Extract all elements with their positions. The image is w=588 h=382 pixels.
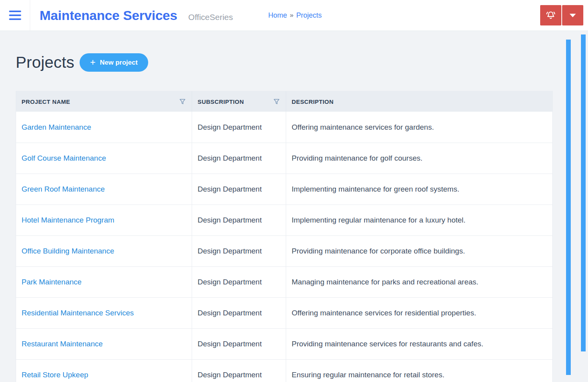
- table-header-row: PROJECT NAME SUBSCRIPTION DESCRIPTION: [16, 91, 552, 112]
- new-project-label: New project: [100, 59, 138, 67]
- project-name-link[interactable]: Residential Maintenance Services: [22, 309, 134, 317]
- table-row[interactable]: Hotel Maintenance Program Design Departm…: [16, 205, 552, 235]
- table-row[interactable]: Park Maintenance Design Department Manag…: [16, 266, 552, 297]
- table-row[interactable]: Restaurant Maintenance Design Department…: [16, 328, 552, 359]
- column-header-project-name: PROJECT NAME: [16, 91, 192, 112]
- description-value: Providing maintenance for golf courses.: [292, 154, 423, 163]
- page-title: Projects: [16, 53, 74, 72]
- hamburger-icon: [9, 11, 21, 12]
- notifications-button[interactable]: [540, 5, 561, 25]
- table-row[interactable]: Golf Course Maintenance Design Departmen…: [16, 143, 552, 174]
- projects-table: PROJECT NAME SUBSCRIPTION DESCRIPTION: [16, 91, 553, 382]
- description-value: Implementing maintenance for green roof …: [292, 185, 459, 194]
- description-cell: Managing maintenance for parks and recre…: [286, 267, 552, 297]
- description-value: Providing maintenance for corporate offi…: [292, 247, 465, 255]
- description-cell: Providing maintenance services for resta…: [286, 329, 552, 359]
- bell-icon: [545, 9, 557, 21]
- subscription-value: Design Department: [198, 185, 262, 194]
- description-cell: Offering maintenance services for reside…: [286, 298, 552, 328]
- table-row[interactable]: Retail Store Upkeep Design Department En…: [16, 359, 552, 382]
- subscription-value: Design Department: [198, 340, 262, 348]
- subscription-value: Design Department: [198, 123, 262, 132]
- hamburger-icon: [9, 14, 21, 16]
- subscription-cell: Design Department: [192, 267, 286, 297]
- subscription-cell: Design Department: [192, 112, 286, 143]
- subscription-cell: Design Department: [192, 143, 286, 174]
- project-name-link[interactable]: Green Roof Maintenance: [22, 185, 105, 194]
- project-name-link[interactable]: Office Building Maintenance: [22, 247, 114, 255]
- column-label: SUBSCRIPTION: [198, 98, 244, 105]
- description-cell: Providing maintenance for golf courses.: [286, 143, 552, 174]
- subscription-cell: Design Department: [192, 174, 286, 205]
- description-value: Implementing regular maintenance for a l…: [292, 216, 466, 224]
- description-cell: Implementing regular maintenance for a l…: [286, 205, 552, 235]
- project-name-cell: Retail Store Upkeep: [16, 360, 192, 382]
- description-cell: Providing maintenance for corporate offi…: [286, 236, 552, 266]
- plus-icon: +: [90, 58, 96, 67]
- subscription-value: Design Department: [198, 154, 262, 163]
- table-row[interactable]: Garden Maintenance Design Department Off…: [16, 112, 552, 143]
- project-name-link[interactable]: Golf Course Maintenance: [22, 154, 106, 163]
- project-name-cell: Garden Maintenance: [16, 112, 192, 143]
- project-name-cell: Park Maintenance: [16, 267, 192, 297]
- description-cell: Implementing maintenance for green roof …: [286, 174, 552, 205]
- caret-down-icon: [570, 14, 576, 17]
- column-header-subscription: SUBSCRIPTION: [192, 91, 286, 112]
- project-name-cell: Green Roof Maintenance: [16, 174, 192, 205]
- subscription-cell: Design Department: [192, 360, 286, 382]
- table-row[interactable]: Residential Maintenance Services Design …: [16, 297, 552, 328]
- table-row[interactable]: Office Building Maintenance Design Depar…: [16, 235, 552, 266]
- brand: Maintenance Services OfficeSeries: [40, 8, 233, 23]
- project-name-cell: Residential Maintenance Services: [16, 298, 192, 328]
- project-name-link[interactable]: Park Maintenance: [22, 278, 82, 286]
- breadcrumb-projects-link[interactable]: Projects: [296, 11, 322, 20]
- description-value: Providing maintenance services for resta…: [292, 340, 483, 348]
- funnel-icon[interactable]: [273, 98, 280, 105]
- subscription-value: Design Department: [198, 309, 262, 317]
- project-name-link[interactable]: Garden Maintenance: [22, 123, 91, 132]
- description-value: Managing maintenance for parks and recre…: [292, 278, 478, 286]
- subscription-value: Design Department: [198, 247, 262, 255]
- hamburger-menu-button[interactable]: [0, 0, 30, 31]
- description-value: Offering maintenance services for reside…: [292, 309, 476, 317]
- description-cell: Offering maintenance services for garden…: [286, 112, 552, 143]
- project-name-link[interactable]: Retail Store Upkeep: [22, 371, 88, 379]
- project-name-cell: Golf Course Maintenance: [16, 143, 192, 174]
- description-value: Offering maintenance services for garden…: [292, 123, 434, 132]
- breadcrumb-separator: »: [290, 11, 293, 19]
- main-content: Projects + New project PROJECT NAME SUBS…: [0, 53, 588, 382]
- subscription-value: Design Department: [198, 278, 262, 286]
- project-name-cell: Office Building Maintenance: [16, 236, 192, 266]
- project-name-cell: Hotel Maintenance Program: [16, 205, 192, 235]
- project-name-link[interactable]: Hotel Maintenance Program: [22, 216, 114, 224]
- new-project-button[interactable]: + New project: [80, 53, 148, 72]
- project-name-link[interactable]: Restaurant Maintenance: [22, 340, 103, 348]
- subscription-cell: Design Department: [192, 329, 286, 359]
- subscription-cell: Design Department: [192, 205, 286, 235]
- subscription-value: Design Department: [198, 371, 262, 379]
- table-row[interactable]: Green Roof Maintenance Design Department…: [16, 174, 552, 205]
- column-header-description: DESCRIPTION: [286, 91, 552, 112]
- column-label: DESCRIPTION: [292, 98, 334, 105]
- funnel-icon[interactable]: [179, 98, 186, 105]
- account-menu-button[interactable]: [562, 5, 583, 25]
- breadcrumb: Home » Projects: [268, 11, 322, 20]
- subscription-value: Design Department: [198, 216, 262, 224]
- top-bar: Maintenance Services OfficeSeries Home »…: [0, 0, 588, 31]
- hamburger-icon: [9, 18, 21, 20]
- inner-scrollbar-thumb[interactable]: [566, 40, 571, 375]
- table-body: Garden Maintenance Design Department Off…: [16, 112, 552, 382]
- project-name-cell: Restaurant Maintenance: [16, 329, 192, 359]
- breadcrumb-home-link[interactable]: Home: [268, 11, 287, 20]
- description-value: Ensuring regular maintenance for retail …: [292, 371, 445, 379]
- app-title: Maintenance Services: [40, 8, 177, 23]
- column-label: PROJECT NAME: [22, 98, 70, 105]
- top-bar-actions: [540, 5, 583, 25]
- description-cell: Ensuring regular maintenance for retail …: [286, 360, 552, 382]
- page-scrollbar-thumb[interactable]: [581, 34, 586, 351]
- subscription-cell: Design Department: [192, 298, 286, 328]
- subscription-cell: Design Department: [192, 236, 286, 266]
- suite-name: OfficeSeries: [188, 13, 233, 22]
